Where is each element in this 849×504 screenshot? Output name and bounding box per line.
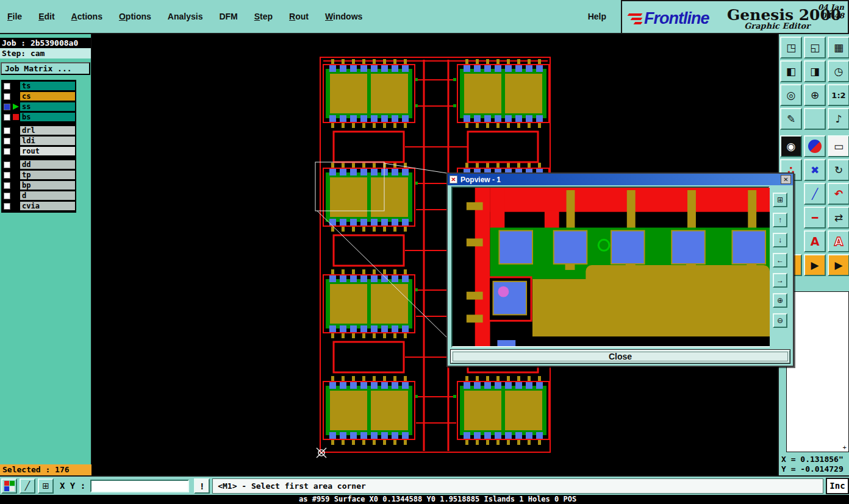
- menu-dfm[interactable]: DFM: [219, 12, 237, 21]
- job-matrix-button[interactable]: Job Matrix ...: [1, 62, 90, 75]
- layer-swatch-drl: [12, 127, 20, 134]
- alert-button[interactable]: !: [194, 478, 210, 494]
- window-lower-button[interactable]: ◱: [804, 37, 826, 59]
- layer-row-bs[interactable]: bs: [2, 112, 75, 122]
- grid-button[interactable]: ⊞: [38, 478, 54, 494]
- pan-down-button[interactable]: ↓: [773, 233, 787, 247]
- menu-analysis[interactable]: Analysis: [168, 12, 203, 21]
- popview-close-button[interactable]: Close: [450, 349, 790, 364]
- menu-help[interactable]: Help: [588, 12, 606, 21]
- job-label: Job : 2b539008a0: [0, 38, 91, 48]
- select-cursor-button-1[interactable]: ▶: [804, 254, 826, 276]
- brand-box: Frontline Genesis 2000 04 Jan 04:48 Grap…: [621, 0, 849, 34]
- layer-checkbox-drl[interactable]: [4, 127, 10, 134]
- layer-checkbox-ss[interactable]: [4, 104, 10, 110]
- zoom-ratio-button[interactable]: 1:2: [828, 84, 849, 106]
- zoom-reset-button[interactable]: ◎: [780, 84, 802, 106]
- prompt-message: <M1> - Select first area corner: [212, 478, 823, 494]
- layer-checkbox-dd[interactable]: [4, 161, 10, 168]
- menu-options[interactable]: Options: [119, 12, 151, 21]
- layer-row-ts[interactable]: ts: [2, 81, 75, 91]
- color-palette-button[interactable]: [1, 478, 17, 494]
- popview-close-icon[interactable]: ✕: [781, 175, 791, 184]
- rotate-button[interactable]: ↻: [828, 159, 849, 181]
- notes-button[interactable]: ♪: [828, 108, 849, 130]
- layer-row-d[interactable]: d: [2, 191, 75, 201]
- delete-button[interactable]: ✖: [804, 159, 826, 181]
- pan-right-button[interactable]: →: [773, 273, 787, 288]
- layer-checkbox-bs[interactable]: [4, 114, 10, 121]
- popview-title: Popview - 1: [460, 176, 501, 184]
- layer-checkbox-rout[interactable]: [4, 148, 10, 155]
- pan-left-button[interactable]: ←: [773, 253, 787, 268]
- logo-stripes-icon: [628, 13, 642, 24]
- coord-x: X = 0.131856": [781, 455, 844, 464]
- layer-checkbox-d[interactable]: [4, 193, 10, 199]
- layer-row-cvia[interactable]: cvia: [2, 201, 75, 211]
- window-tile-button[interactable]: ▦: [828, 37, 849, 59]
- zoom-out-button[interactable]: ⊖: [773, 313, 787, 328]
- measure-icon: ╱: [25, 481, 30, 491]
- ruler-button[interactable]: ▭: [828, 135, 849, 157]
- layer-checkbox-bp[interactable]: [4, 182, 10, 189]
- layer-swatch-cs: [12, 93, 20, 100]
- layer-row-ss[interactable]: ss: [2, 102, 75, 112]
- grid-icon: ⊞: [42, 481, 49, 491]
- menu-step[interactable]: Step: [254, 12, 273, 21]
- layer-row-cs[interactable]: cs: [2, 91, 75, 101]
- menu-file[interactable]: File: [7, 12, 22, 21]
- window-raise-button[interactable]: ◳: [780, 37, 802, 59]
- text-outline-button[interactable]: A: [828, 230, 849, 252]
- layer-checkbox-ldi[interactable]: [4, 138, 10, 144]
- menu-rout[interactable]: Rout: [289, 12, 309, 21]
- xy-label: X Y :: [60, 481, 85, 491]
- palette-icon: [4, 481, 15, 491]
- layer-name-bs: bs: [20, 113, 75, 121]
- menu-actions[interactable]: Actions: [71, 12, 102, 21]
- layer-checkbox-cvia[interactable]: [4, 203, 10, 210]
- cursor-coordinates: X = 0.131856" Y = -0.014729: [781, 455, 844, 474]
- select-cursor-button-2[interactable]: ▶: [828, 254, 849, 276]
- text-filled-button[interactable]: A: [804, 230, 826, 252]
- pan-up-button[interactable]: ↑: [773, 213, 787, 227]
- menu-windows[interactable]: Windows: [325, 12, 362, 21]
- inc-mode-button[interactable]: Inc: [826, 478, 849, 494]
- layer-row-drl[interactable]: drl: [2, 126, 75, 135]
- slot-draw-button[interactable]: ━: [804, 207, 826, 229]
- overview-panel[interactable]: [786, 291, 849, 452]
- layer-checkbox-ts[interactable]: [4, 83, 10, 90]
- popview-pcb-drawing: [453, 188, 771, 346]
- layer-colors-button[interactable]: [804, 135, 826, 157]
- measure-button[interactable]: ╱: [20, 478, 35, 494]
- layer-row-bp[interactable]: bp: [2, 180, 75, 190]
- menu-edit[interactable]: Edit: [38, 12, 54, 21]
- layer-swatch-bp: [12, 182, 20, 189]
- xy-input[interactable]: [90, 480, 189, 492]
- layer-checkbox-cs[interactable]: [4, 93, 10, 100]
- zoom-point-button[interactable]: ⊕: [804, 84, 826, 106]
- spacer-button[interactable]: [804, 108, 826, 130]
- arc-draw-button[interactable]: ↶: [828, 183, 849, 205]
- edit-pencil-button[interactable]: ✎: [780, 108, 802, 130]
- transform-button[interactable]: ⇄: [828, 207, 849, 229]
- origin-mark-button[interactable]: ◉: [780, 135, 802, 157]
- window-right-button[interactable]: ◨: [804, 60, 826, 82]
- layer-swatch-ldi: [12, 137, 20, 144]
- line-draw-button[interactable]: ╱: [804, 183, 826, 205]
- layer-name-drl: drl: [20, 126, 75, 135]
- layer-swatch-tp: [12, 171, 20, 179]
- view-window-button[interactable]: ⊞: [773, 193, 787, 207]
- layer-swatch-bs: [12, 113, 20, 121]
- layer-row-tp[interactable]: tp: [2, 170, 75, 180]
- popview-zoom-view[interactable]: [451, 186, 770, 347]
- popview-titlebar[interactable]: ✕ Popview - 1 ✕: [448, 174, 793, 185]
- layer-swatch-dd: [12, 161, 20, 168]
- popview-side-toolbar: ⊞ ↑ ↓ ← → ⊕ ⊖: [770, 186, 790, 347]
- zoom-in-button[interactable]: ⊕: [773, 293, 787, 308]
- layer-row-rout[interactable]: rout: [2, 146, 75, 156]
- window-left-button[interactable]: ◧: [780, 60, 802, 82]
- layer-checkbox-tp[interactable]: [4, 172, 10, 179]
- layer-row-dd[interactable]: dd: [2, 160, 75, 169]
- layer-row-ldi[interactable]: ldi: [2, 136, 75, 146]
- history-clock-button[interactable]: ◷: [828, 60, 849, 82]
